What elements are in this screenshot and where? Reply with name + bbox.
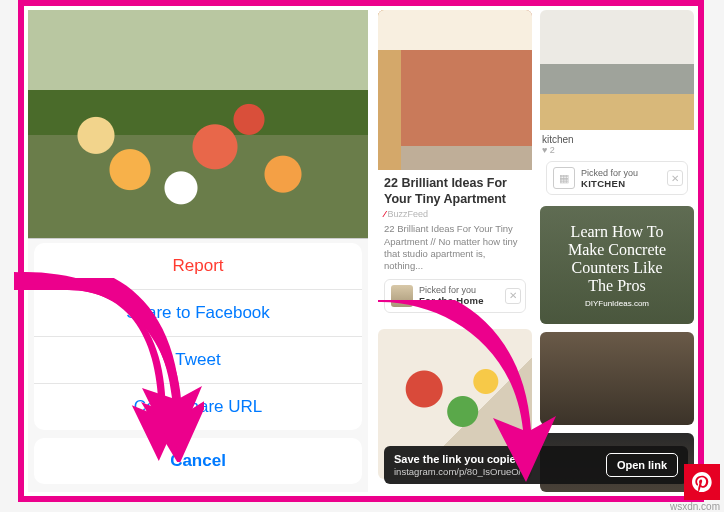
- feed-col-left: 22 Brilliant Ideas For Your Tiny Apartme…: [378, 10, 532, 492]
- action-sheet-group: Report Share to Facebook Tweet Copy Shar…: [34, 243, 362, 430]
- picked-label: Picked for you: [419, 285, 476, 295]
- pin-apartment-source: ∕BuzzFeed: [384, 209, 526, 219]
- save-link-toast: Save the link you copied? instagram.com/…: [384, 446, 688, 484]
- picked-for-you-kitchen[interactable]: ▦ Picked for you KITCHEN ✕: [546, 161, 688, 195]
- pin-apartment[interactable]: 22 Brilliant Ideas For Your Tiny Apartme…: [378, 10, 532, 321]
- picked-board-name: KITCHEN: [581, 178, 638, 189]
- copy-share-url-button[interactable]: Copy Share URL: [34, 384, 362, 430]
- pin-counters[interactable]: Learn How To Make Concrete Counters Like…: [540, 206, 694, 324]
- picked-thumb-icon: [391, 285, 413, 307]
- pinterest-icon: [692, 472, 712, 492]
- toast-url: instagram.com/p/80_IsOrueO/: [394, 466, 529, 477]
- pin-apartment-desc: 22 Brilliant Ideas For Your Tiny Apartme…: [384, 223, 526, 272]
- action-sheet-cancel-group: Cancel: [34, 438, 362, 484]
- toast-title: Save the link you copied?: [394, 453, 529, 465]
- pin-apartment-image: [378, 10, 532, 170]
- pin-kitchen-image: [540, 10, 694, 130]
- pin-apartment-title: 22 Brilliant Ideas For Your Tiny Apartme…: [384, 176, 526, 207]
- left-panel: Report Share to Facebook Tweet Copy Shar…: [28, 10, 368, 492]
- pinterest-save-button[interactable]: [684, 464, 720, 500]
- pin-kitchen[interactable]: kitchen ♥ 2 ▦ Picked for you KITCHEN ✕: [540, 10, 694, 198]
- picked-board-name: For the Home: [419, 295, 484, 306]
- watermark: wsxdn.com: [670, 501, 720, 512]
- pin-counters-image: Learn How To Make Concrete Counters Like…: [540, 206, 694, 324]
- action-sheet: Report Share to Facebook Tweet Copy Shar…: [28, 239, 368, 492]
- dismiss-picked-icon[interactable]: ✕: [667, 170, 683, 186]
- picked-thumb-outline-icon: ▦: [553, 167, 575, 189]
- feed-col-right: kitchen ♥ 2 ▦ Picked for you KITCHEN ✕ L…: [540, 10, 694, 492]
- share-facebook-button[interactable]: Share to Facebook: [34, 290, 362, 337]
- pin-kitchen-b-image: [540, 332, 694, 425]
- pin-kitchen-caption: kitchen: [540, 130, 694, 145]
- pin-kitchen-b[interactable]: [540, 332, 694, 425]
- right-panel: 22 Brilliant Ideas For Your Tiny Apartme…: [378, 10, 694, 492]
- cancel-button[interactable]: Cancel: [34, 438, 362, 484]
- picked-label: Picked for you: [581, 168, 638, 178]
- pin-photo-flowers: [28, 10, 368, 239]
- pin-kitchen-likes: ♥ 2: [540, 145, 694, 155]
- tutorial-frame: Report Share to Facebook Tweet Copy Shar…: [18, 0, 704, 502]
- dismiss-picked-icon[interactable]: ✕: [505, 288, 521, 304]
- open-link-button[interactable]: Open link: [606, 453, 678, 477]
- picked-for-you-home[interactable]: Picked for you For the Home ✕: [384, 279, 526, 313]
- report-button[interactable]: Report: [34, 243, 362, 290]
- tweet-button[interactable]: Tweet: [34, 337, 362, 384]
